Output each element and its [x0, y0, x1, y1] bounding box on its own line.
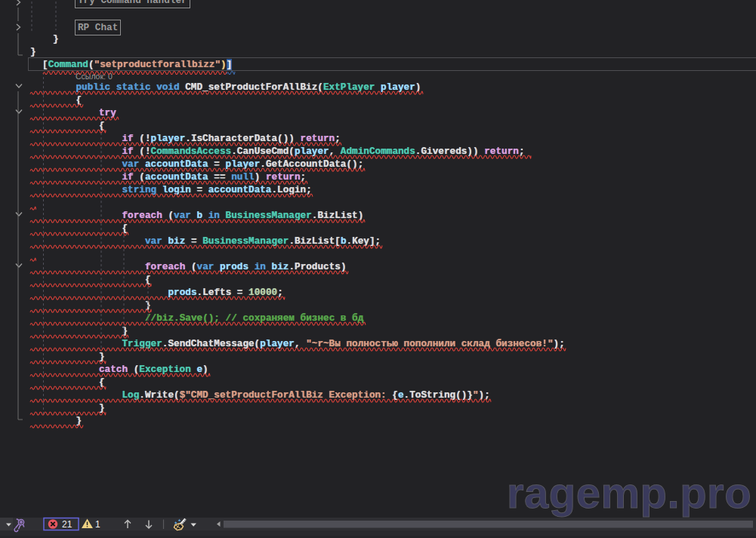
svg-text:1: 1 [95, 519, 100, 530]
svg-text:21: 21 [62, 519, 73, 530]
